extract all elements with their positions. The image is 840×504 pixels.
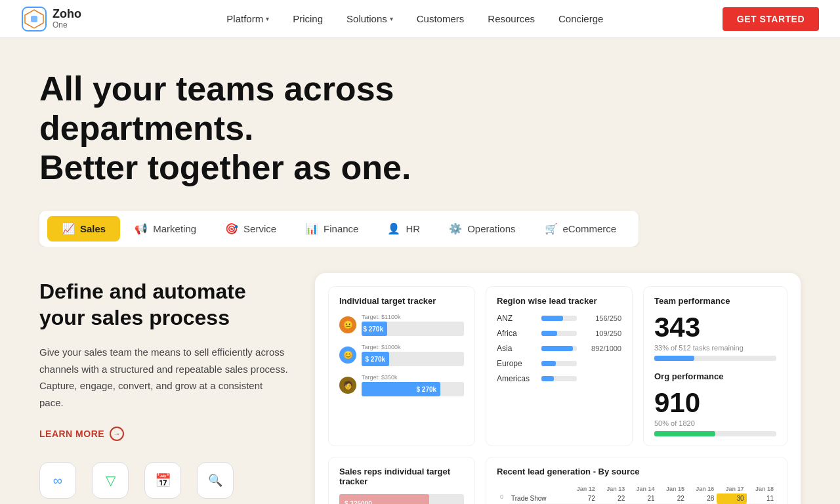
marketing-icon: 📢 — [135, 222, 148, 235]
hero-title: All your teams across departments. Bette… — [39, 70, 499, 187]
tab-sales[interactable]: 📈 Sales — [47, 216, 120, 242]
team-perf-bar-bg — [654, 356, 776, 361]
hero-section: All your teams across departments. Bette… — [0, 38, 840, 247]
org-perf-number: 910 — [654, 389, 776, 417]
tracker-row-1: 😐 Target: $1100k $ 270k — [339, 314, 464, 336]
zoho-logo-icon — [21, 6, 47, 32]
region-row-europe: Europe — [497, 359, 621, 368]
learn-more-link[interactable]: LEARN MORE → — [39, 427, 124, 441]
sales-reps-bar-bg: $ 325000 — [339, 494, 464, 504]
app-bigin[interactable]: ▽ Bigin — [92, 462, 129, 504]
logo[interactable]: Zoho One — [21, 6, 81, 32]
tab-operations[interactable]: ⚙️ Operations — [434, 216, 530, 242]
lead-gen-title: Recent lead generation - By source — [497, 467, 776, 476]
individual-target-title: Individual target tracker — [339, 296, 464, 306]
tracker-bar-bg-1: $ 270k — [362, 322, 464, 336]
tracker-bar-fill-3: $ 270k — [362, 382, 440, 396]
nav-solutions[interactable]: Solutions ▾ — [336, 8, 404, 30]
svg-rect-2 — [31, 16, 37, 22]
lead-gen-table-wrap: Jan 12 Jan 13 Jan 14 Jan 15 Jan 16 Jan 1… — [509, 484, 776, 504]
get-started-button[interactable]: GET STARTED — [723, 7, 819, 31]
lead-gen-widget: Recent lead generation - By source 0 25 … — [486, 457, 788, 504]
nav-resources[interactable]: Resources — [477, 8, 545, 30]
service-icon: 🎯 — [225, 222, 238, 235]
nav-pricing[interactable]: Pricing — [282, 8, 333, 30]
tracker-target-3: Target: $350k — [362, 374, 464, 381]
learn-more-arrow-icon: → — [110, 427, 124, 441]
hr-icon: 👤 — [387, 222, 400, 235]
sales-reps-bar-fill: $ 325000 — [339, 494, 429, 504]
app-crm[interactable]: ∞ CRM — [39, 462, 76, 504]
finance-icon: 📊 — [305, 222, 318, 235]
bigin-icon: ▽ — [92, 462, 129, 499]
org-perf-bar-fill — [654, 431, 715, 436]
region-lead-title: Region wise lead tracker — [497, 296, 621, 306]
region-row-africa: Africa 109/250 — [497, 329, 621, 338]
tracker-bar-bg-3: $ 270k — [362, 382, 464, 396]
individual-target-widget: Individual target tracker 😐 Target: $110… — [328, 286, 475, 446]
lead-gen-table: Jan 12 Jan 13 Jan 14 Jan 15 Jan 16 Jan 1… — [509, 484, 776, 504]
tracker-target-1: Target: $1100k — [362, 314, 464, 320]
lead-gen-row: Trade Show72222122283011 — [509, 494, 776, 503]
operations-icon: ⚙️ — [449, 222, 462, 235]
tracker-row-2: 😊 Target: $1000k $ 270k — [339, 344, 464, 366]
app-salesiq[interactable]: 🔍 SalesIQ — [197, 462, 234, 504]
lead-gen-content: 0 25 50 75 Jan 12 Jan 13 Jan 14 — [497, 484, 776, 504]
tracker-bar-wrap-2: Target: $1000k $ 270k — [362, 344, 464, 366]
ecommerce-icon: 🛒 — [545, 222, 558, 235]
dashboard-panel: Individual target tracker 😐 Target: $110… — [315, 273, 801, 504]
tracker-row-3: 🧑 Target: $350k $ 270k — [339, 374, 464, 396]
crm-icon: ∞ — [39, 462, 76, 499]
tracker-avatar-1: 😐 — [339, 316, 356, 333]
solutions-caret-icon: ▾ — [390, 15, 393, 22]
category-tabs: 📈 Sales 📢 Marketing 🎯 Service 📊 Finance … — [39, 211, 639, 247]
org-perf-title: Org performance — [654, 371, 776, 381]
performance-widget: Team performance 343 33% of 512 tasks re… — [643, 286, 788, 446]
left-panel: Define and automate your sales process G… — [39, 273, 289, 504]
tab-finance[interactable]: 📊 Finance — [291, 216, 373, 242]
platform-caret-icon: ▾ — [266, 15, 269, 22]
tracker-target-2: Target: $1000k — [362, 344, 464, 350]
panel-heading: Define and automate your sales process — [39, 278, 289, 331]
sales-reps-bar-wrap: $ 325000 0 50k 100k 150k 200k 250k 300k … — [339, 494, 464, 504]
tab-ecommerce[interactable]: 🛒 eCommerce — [530, 216, 631, 242]
navigation: Zoho One Platform ▾ Pricing Solutions ▾ … — [0, 0, 840, 38]
nav-platform[interactable]: Platform ▾ — [216, 8, 280, 30]
main-content: Define and automate your sales process G… — [0, 247, 840, 504]
panel-body: Give your sales team the means to sell e… — [39, 344, 289, 411]
team-perf-sublabel: 33% of 512 tasks remaining — [654, 344, 776, 352]
nav-customers[interactable]: Customers — [406, 8, 475, 30]
tracker-bar-fill-1: $ 270k — [362, 322, 387, 336]
y-axis-labels: 0 25 50 75 — [497, 484, 506, 504]
tab-hr[interactable]: 👤 HR — [373, 216, 434, 242]
tracker-avatar-2: 😊 — [339, 346, 356, 364]
nav-concierge[interactable]: Concierge — [548, 8, 614, 30]
logo-name-line2: One — [52, 20, 81, 30]
tracker-bar-fill-2: $ 270k — [362, 352, 389, 366]
tracker-avatar-3: 🧑 — [339, 377, 356, 394]
region-row-americas: Americas — [497, 374, 621, 383]
tracker-bar-wrap-1: Target: $1100k $ 270k — [362, 314, 464, 336]
app-bookings[interactable]: 📅 Bookings — [144, 462, 181, 504]
salesiq-icon: 🔍 — [197, 462, 234, 499]
tracker-bar-bg-2: $ 270k — [362, 352, 464, 366]
team-perf-title: Team performance — [654, 296, 776, 306]
org-perf-sublabel: 50% of 1820 — [654, 419, 776, 427]
tab-marketing[interactable]: 📢 Marketing — [120, 216, 211, 242]
nav-links: Platform ▾ Pricing Solutions ▾ Customers… — [108, 8, 723, 30]
sales-reps-widget: Sales reps individual target tracker $ 3… — [328, 457, 475, 504]
logo-name-line1: Zoho — [52, 8, 81, 21]
tab-service[interactable]: 🎯 Service — [211, 216, 291, 242]
region-row-asia: Asia 892/1000 — [497, 344, 621, 353]
app-icons-row: ∞ CRM ▽ Bigin 📅 Bookings 🔍 SalesIQ — [39, 462, 289, 504]
region-lead-widget: Region wise lead tracker ANZ 156/250 Afr… — [486, 286, 633, 446]
org-perf-bar-bg — [654, 431, 776, 436]
bookings-icon: 📅 — [144, 462, 181, 499]
tracker-bar-wrap-3: Target: $350k $ 270k — [362, 374, 464, 396]
sales-icon: 📈 — [62, 222, 75, 235]
region-row-anz: ANZ 156/250 — [497, 314, 621, 323]
sales-reps-title: Sales reps individual target tracker — [339, 467, 464, 486]
team-perf-bar-fill — [654, 356, 694, 361]
team-perf-number: 343 — [654, 314, 776, 341]
